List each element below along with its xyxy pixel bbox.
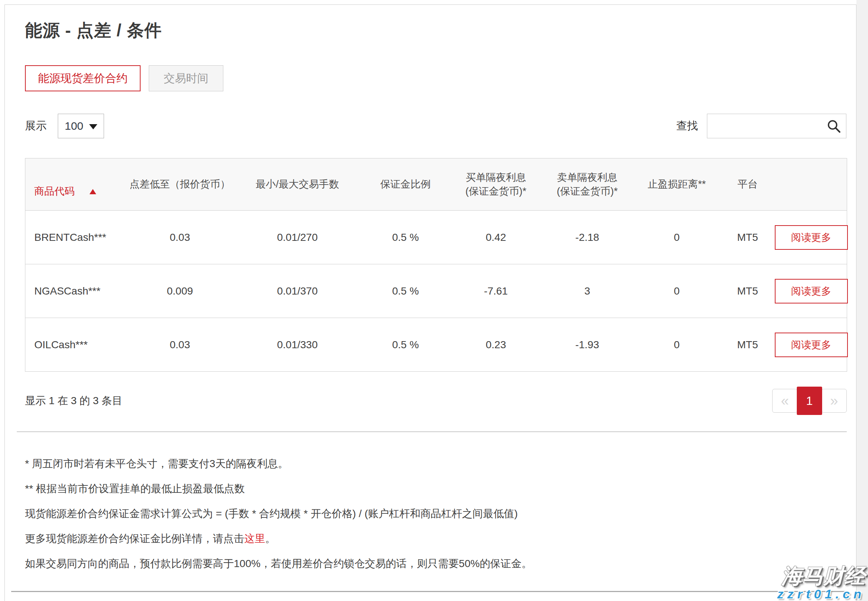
cell-stop-distance: 0 — [633, 318, 721, 372]
cell-stop-distance: 0 — [633, 264, 721, 318]
column-header-margin[interactable]: 保证金比例 — [361, 159, 450, 211]
column-header-symbol[interactable]: 商品代码 — [25, 159, 126, 211]
footnotes: * 周五闭市时若有未平仓头寸，需要支付3天的隔夜利息。 ** 根据当前市价设置挂… — [25, 458, 847, 569]
content-card: 能源 - 点差 / 条件 能源现货差价合约 交易时间 展示 100 — [5, 5, 856, 601]
here-link[interactable]: 这里 — [244, 533, 265, 545]
pagination-prev-button[interactable]: « — [772, 389, 798, 413]
instruments-table: 商品代码 点差低至（报价货币） 最小/最大交易手数 保证金比例 买单隔夜利息 (… — [25, 158, 847, 372]
column-header-actions — [775, 159, 847, 211]
cell-sell-swap: -1.93 — [542, 318, 633, 372]
page-title: 能源 - 点差 / 条件 — [25, 19, 847, 42]
cell-stop-distance: 0 — [633, 211, 721, 264]
column-header-lots[interactable]: 最小/最大交易手数 — [234, 159, 361, 211]
table-row: BRENTCash*** 0.03 0.01/270 0.5 % 0.42 -2… — [25, 211, 847, 264]
entries-summary: 显示 1 在 3 的 3 条目 — [25, 394, 122, 408]
page-size-group: 展示 100 — [25, 114, 104, 138]
cell-margin: 0.5 % — [361, 211, 450, 264]
tab-energy-spot-cfd-label: 能源现货差价合约 — [38, 71, 128, 86]
cell-buy-swap: 0.42 — [450, 211, 542, 264]
column-header-stop-distance[interactable]: 止盈损距离** — [633, 159, 721, 211]
table-row: NGASCash*** 0.009 0.01/370 0.5 % -7.61 3… — [25, 264, 847, 318]
column-header-spread[interactable]: 点差低至（报价货币） — [126, 159, 234, 211]
cell-buy-swap: -7.61 — [450, 264, 542, 318]
cell-sell-swap: 3 — [542, 264, 633, 318]
column-header-platform[interactable]: 平台 — [721, 159, 775, 211]
chevron-double-left-icon: « — [781, 393, 789, 409]
tab-bar: 能源现货差价合约 交易时间 — [25, 65, 847, 92]
bottom-divider — [11, 591, 847, 592]
watermark: 海马财经 zzrt01.cn — [777, 565, 865, 601]
read-more-button[interactable]: 阅读更多 — [775, 225, 848, 250]
search-box — [707, 114, 847, 138]
search-input[interactable] — [707, 114, 846, 138]
page-size-select[interactable]: 100 — [58, 114, 104, 138]
column-header-sell-swap[interactable]: 卖单隔夜利息 (保证金货币)* — [542, 159, 633, 211]
cell-margin: 0.5 % — [361, 264, 450, 318]
watermark-brand: 海马财经 — [777, 565, 865, 587]
section-divider — [17, 432, 847, 432]
footnote-margin-details-text: 更多现货能源差价合约保证金比例详情，请点击 — [25, 533, 244, 545]
cell-symbol: OILCash*** — [25, 318, 126, 372]
pagination: « 1 » — [772, 387, 847, 415]
page-size-value: 100 — [64, 120, 83, 132]
table-controls: 展示 100 查找 — [25, 114, 847, 138]
cell-lots: 0.01/370 — [234, 264, 361, 318]
cell-lots: 0.01/330 — [234, 318, 361, 372]
footnote-margin-details: 更多现货能源差价合约保证金比例详情，请点击这里。 — [25, 533, 847, 545]
read-more-button[interactable]: 阅读更多 — [775, 333, 848, 357]
footnote-margin-formula: 现货能源差价合约保证金需求计算公式为 = (手数 * 合约规模 * 开仓价格) … — [25, 508, 847, 519]
table-footer: 显示 1 在 3 的 3 条目 « 1 » — [25, 387, 847, 415]
page-size-label: 展示 — [25, 119, 47, 133]
tab-energy-spot-cfd[interactable]: 能源现货差价合约 — [25, 65, 140, 92]
pagination-page-1[interactable]: 1 — [797, 387, 822, 415]
cell-spread: 0.03 — [126, 211, 234, 264]
cell-platform: MT5 — [721, 264, 775, 318]
search-label: 查找 — [676, 119, 698, 133]
sort-ascending-icon — [90, 189, 96, 194]
footnote-hedged-margin: 如果交易同方向的商品，预付款比例需要高于100%，若使用差价合约锁仓交易的话，则… — [25, 558, 847, 569]
footnote-stop-levels: ** 根据当前市价设置挂单的最低止损盈最低点数 — [25, 483, 847, 494]
cell-platform: MT5 — [721, 211, 775, 264]
cell-margin: 0.5 % — [361, 318, 450, 372]
page-canvas: 能源 - 点差 / 条件 能源现货差价合约 交易时间 展示 100 — [0, 0, 868, 601]
footnote-margin-details-period: 。 — [265, 533, 276, 545]
content-area: 能源 - 点差 / 条件 能源现货差价合约 交易时间 展示 100 — [5, 19, 856, 569]
footnote-swap-3day: * 周五闭市时若有未平仓头寸，需要支付3天的隔夜利息。 — [25, 458, 847, 470]
cell-symbol: BRENTCash*** — [25, 211, 126, 264]
search-group: 查找 — [676, 114, 847, 138]
cell-sell-swap: -2.18 — [542, 211, 633, 264]
column-header-symbol-label: 商品代码 — [34, 186, 75, 197]
chevron-double-right-icon: » — [830, 393, 838, 409]
cell-spread: 0.03 — [126, 318, 234, 372]
table-header-row: 商品代码 点差低至（报价货币） 最小/最大交易手数 保证金比例 买单隔夜利息 (… — [25, 159, 847, 211]
tab-trading-hours-label: 交易时间 — [164, 71, 208, 86]
cell-lots: 0.01/270 — [234, 211, 361, 264]
cell-platform: MT5 — [721, 318, 775, 372]
caret-down-icon — [89, 124, 97, 130]
column-header-buy-swap[interactable]: 买单隔夜利息 (保证金货币)* — [450, 159, 542, 211]
cell-buy-swap: 0.23 — [450, 318, 542, 372]
search-icon[interactable] — [827, 119, 842, 134]
watermark-site: zzrt01.cn — [777, 587, 865, 601]
tab-trading-hours[interactable]: 交易时间 — [149, 65, 223, 92]
pagination-next-button[interactable]: » — [821, 389, 847, 413]
table-row: OILCash*** 0.03 0.01/330 0.5 % 0.23 -1.9… — [25, 318, 847, 372]
read-more-button[interactable]: 阅读更多 — [775, 279, 848, 304]
page-right-gutter — [856, 0, 868, 601]
cell-spread: 0.009 — [126, 264, 234, 318]
cell-symbol: NGASCash*** — [25, 264, 126, 318]
